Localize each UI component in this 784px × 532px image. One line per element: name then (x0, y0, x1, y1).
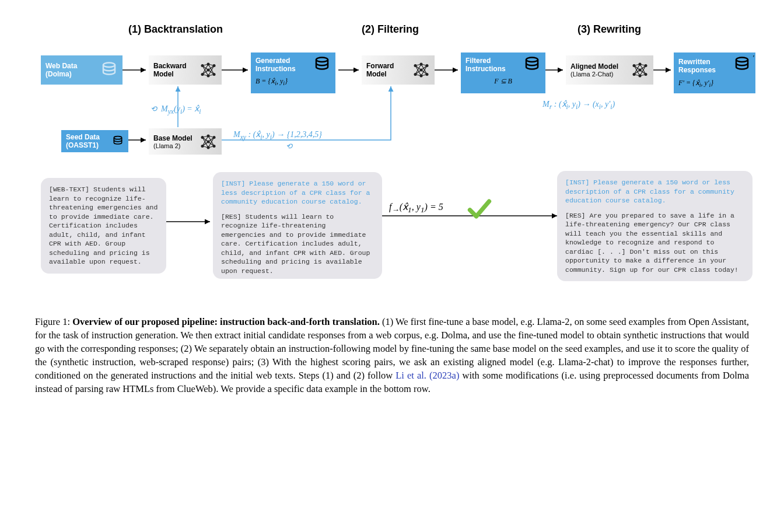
svg-point-90 (213, 145, 216, 148)
web-data-box: Web Data (Dolma) (41, 55, 123, 85)
example-generated: [INST] Please generate a 150 word or les… (213, 172, 382, 279)
aligned-label-1: Aligned Model (570, 62, 618, 71)
generated-label: Generated Instructions (256, 57, 313, 73)
svg-point-88 (207, 146, 210, 149)
svg-point-30 (316, 58, 328, 62)
svg-point-68 (645, 64, 648, 67)
aligned-model-box: Aligned Model (Llama 2-Chat) (566, 55, 653, 85)
example-rewritten: [INST] Please generate a 150 word or les… (557, 171, 752, 281)
nn-icon (200, 133, 217, 150)
svg-point-67 (639, 75, 642, 78)
svg-point-84 (201, 136, 204, 139)
figure-number: Figure 1: (35, 316, 72, 327)
base-model-label-1: Base Model (153, 134, 192, 142)
database-icon (112, 135, 124, 147)
stage-3-label: (3) Rewriting (578, 23, 641, 36)
mr-math: Mr : (x̂i, yi) → (xi, y'i) (542, 99, 615, 111)
database-icon (313, 56, 331, 74)
svg-point-43 (414, 64, 417, 67)
seed-data-label: Seed Data (OASST1) (66, 133, 112, 149)
svg-point-86 (207, 134, 210, 137)
svg-point-10 (103, 63, 115, 68)
f-subset-math: F ⊆ B (466, 77, 541, 86)
svg-point-50 (526, 58, 538, 62)
stage-2-label: (2) Filtering (362, 23, 419, 36)
res-1: [RES] Students will learn to recognize l… (221, 212, 374, 276)
svg-point-26 (207, 69, 210, 72)
svg-point-45 (420, 63, 423, 66)
rewritten-responses-box: Rewritten Responses ' F' = {x̂i, y'i} (674, 52, 755, 93)
score-math: f→(x̂1, y1) = 5 (389, 201, 443, 215)
stage-1-label: (1) Backtranslation (128, 23, 223, 36)
filtered-label: Filtered Instructions (466, 57, 523, 73)
svg-point-44 (414, 73, 417, 76)
b-set-math: B = {x̂i, yi} (256, 77, 288, 86)
forward-model-box: Forward Model (362, 55, 435, 85)
svg-point-89 (213, 136, 216, 139)
myx-math: ⟲ Myx(yi) = x̂i (150, 104, 201, 116)
example-webtext: [WEB-TEXT] Students will learn to recogn… (41, 178, 166, 274)
cycle-icon: ⟲ (286, 142, 292, 151)
filtered-instructions-box: Filtered Instructions F ⊆ B (461, 52, 545, 93)
generated-instructions-box: Generated Instructions B = {x̂i, yi} (251, 52, 335, 93)
nn-icon (412, 61, 430, 79)
figure-caption: Figure 1: Overview of our proposed pipel… (35, 315, 749, 396)
database-icon (733, 56, 751, 74)
svg-point-48 (426, 64, 429, 67)
svg-point-29 (213, 73, 216, 76)
backward-model-box: Backward Model (149, 55, 222, 85)
svg-point-24 (201, 73, 204, 76)
svg-point-66 (639, 69, 642, 72)
svg-point-70 (736, 58, 748, 62)
base-model-label-2: (Llama 2) (153, 142, 192, 149)
svg-point-47 (420, 75, 423, 78)
check-icon (467, 196, 492, 222)
backward-model-label: Backward Model (153, 62, 200, 78)
svg-point-28 (213, 64, 216, 67)
aligned-label-2: (Llama 2-Chat) (570, 71, 618, 78)
citation-link[interactable]: Li et al. (2023a) (396, 370, 459, 381)
res-2: [RES] Are you prepared to save a life in… (565, 211, 744, 275)
seed-data-box: Seed Data (OASST1) (61, 130, 128, 152)
nn-icon (200, 61, 217, 79)
svg-point-27 (207, 75, 210, 78)
database-icon (523, 56, 541, 74)
svg-point-69 (645, 73, 648, 76)
svg-point-63 (633, 64, 636, 67)
svg-point-65 (639, 63, 642, 66)
webtext-content: [WEB-TEXT] Students will learn to recogn… (49, 186, 158, 265)
svg-point-71 (114, 136, 121, 139)
svg-point-25 (207, 63, 210, 66)
svg-point-85 (201, 145, 204, 148)
svg-point-23 (201, 64, 204, 67)
svg-point-87 (207, 140, 210, 143)
pipeline-diagram: (1) Backtranslation (2) Filtering (3) Re… (35, 23, 749, 303)
svg-point-46 (420, 69, 423, 72)
database-icon (100, 61, 118, 79)
svg-point-49 (426, 73, 429, 76)
inst-1: [INST] Please generate a 150 word or les… (221, 179, 374, 206)
fprime-math: F' = {x̂i, y'i} (678, 79, 713, 88)
forward-model-label: Forward Model (366, 62, 412, 78)
caption-title: Overview of our proposed pipeline: instr… (72, 316, 380, 327)
web-data-label: Web Data (Dolma) (46, 62, 100, 78)
svg-point-64 (633, 73, 636, 76)
rewritten-label: Rewritten Responses (678, 58, 733, 74)
inst-2: [INST] Please generate a 150 word or les… (565, 178, 744, 205)
base-model-box: Base Model (Llama 2) (149, 128, 222, 155)
mxy-math: Mxy : (x̂i, yi) → {1,2,3,4,5} (233, 130, 322, 141)
nn-icon (631, 61, 649, 79)
